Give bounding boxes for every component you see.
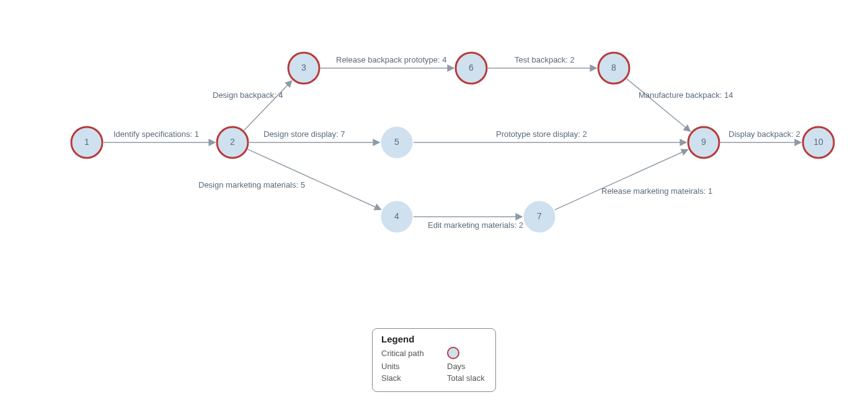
edge-label-8-9: Manufacture backpack: 14 (639, 90, 733, 100)
node-label-5: 5 (394, 137, 399, 147)
edge-label-2-4: Design marketing materials: 5 (198, 180, 305, 189)
legend-units-value: Days (447, 362, 487, 371)
node-label-4: 4 (394, 211, 399, 221)
node-label-2: 2 (230, 137, 235, 147)
legend-critical-label: Critical path (381, 349, 447, 358)
node-label-8: 8 (611, 63, 616, 72)
node-label-7: 7 (537, 211, 542, 221)
edge-label-3-6: Release backpack prototype: 4 (336, 55, 447, 64)
legend-title: Legend (381, 334, 487, 344)
edge-label-5-9: Prototype store display: 2 (496, 129, 587, 139)
edge-7-9 (555, 150, 688, 210)
edge-label-6-8: Test backpack: 2 (515, 55, 575, 64)
edge-label-9-10: Display backpack: 2 (728, 129, 800, 139)
node-label-3: 3 (301, 63, 306, 72)
edge-label-4-7: Edit marketing materials: 2 (428, 220, 523, 230)
edge-label-7-9: Release marketing mateirals: 1 (601, 186, 712, 196)
critical-swatch-icon (447, 347, 459, 359)
node-label-10: 10 (813, 137, 823, 147)
node-label-6: 6 (469, 63, 474, 72)
edge-2-3 (244, 81, 291, 131)
legend-critical-swatch (447, 347, 487, 359)
edge-2-4 (248, 149, 381, 209)
node-label-9: 9 (701, 137, 706, 147)
edge-label-2-5: Design store display: 7 (264, 129, 345, 139)
edge-8-9 (627, 79, 690, 131)
legend-slack-value: Total slack (447, 373, 487, 383)
legend-slack-label: Slack (381, 373, 447, 383)
node-label-1: 1 (84, 137, 89, 147)
edge-label-2-3: Design backpack: 4 (213, 90, 283, 100)
legend-row-critical: Critical path (381, 347, 487, 359)
legend-row-slack: Slack Total slack (381, 373, 487, 383)
legend-units-label: Units (381, 362, 447, 371)
edge-label-1-2: Identify specifications: 1 (113, 129, 199, 139)
legend-box: Legend Critical path Units Days Slack To… (372, 328, 496, 392)
legend-row-units: Units Days (381, 362, 487, 371)
